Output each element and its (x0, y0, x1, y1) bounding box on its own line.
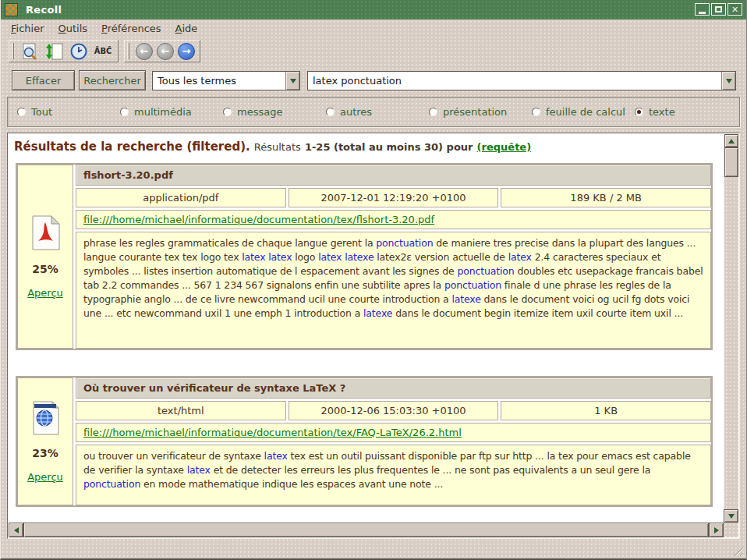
result-title: flshort-3.20.pdf (76, 165, 711, 186)
results-header: Résultats de la recherche (filtered). Ré… (14, 139, 722, 155)
filter-radio-feuille-de-calcul[interactable]: feuille de calcul (532, 106, 635, 118)
scroll-down-button[interactable] (724, 509, 738, 523)
arrow-left-icon (14, 527, 19, 533)
result-url-cell: file:///home/michael/informatique/docume… (76, 423, 711, 442)
relevance-percent: 25% (32, 263, 58, 275)
radio-label: message (237, 106, 282, 118)
results-panel: Résultats de la recherche (filtered). Ré… (7, 133, 740, 539)
radio-icon (532, 108, 540, 116)
query-dropdown-button[interactable] (721, 72, 735, 90)
filter-radio-texte[interactable]: texte (635, 106, 739, 118)
horizontal-scrollbar-thumb[interactable] (23, 523, 709, 537)
results-label: Résultats (254, 141, 301, 153)
clock-icon (69, 42, 88, 61)
result-size: 1 KB (501, 401, 711, 420)
radio-icon (635, 108, 643, 116)
vertical-scrollbar-thumb[interactable] (724, 147, 738, 177)
result-date: 2000-12-06 15:03:30 +0100 (289, 401, 499, 420)
toolbar: ÂBĈ ← ← → (1, 38, 746, 64)
minimize-button[interactable] (695, 3, 710, 16)
clear-button[interactable]: Effacer (12, 70, 75, 90)
arrow-right-icon: → (182, 46, 191, 56)
result-date: 2007-12-01 12:19:20 +0100 (289, 188, 499, 207)
document-search-icon (21, 42, 40, 61)
query-input[interactable] (308, 72, 721, 90)
history-button[interactable] (69, 42, 89, 61)
filter-radio-message[interactable]: message (223, 106, 326, 118)
result-url-link[interactable]: file:///home/michael/informatique/docume… (83, 427, 462, 438)
results-list: Résultats de la recherche (filtered). Ré… (9, 134, 724, 523)
results-range: 1-25 (total au moins 30) pour (305, 141, 473, 153)
result-url-link[interactable]: file:///home/michael/informatique/docume… (83, 214, 434, 225)
update-index-icon (45, 42, 64, 61)
search-button[interactable]: Rechercher (79, 70, 146, 90)
search-mode-value: Tous les termes (153, 75, 285, 87)
search-mode-dropdown-button[interactable] (285, 72, 299, 90)
radio-icon (326, 108, 335, 116)
radio-icon (120, 108, 129, 116)
menu-item-aide[interactable]: Aide (168, 21, 205, 36)
result-mime: application/pdf (76, 188, 286, 207)
menu-item-outils[interactable]: Outils (51, 21, 95, 36)
toolbar-handle[interactable] (12, 43, 14, 59)
filter-radio-tout[interactable]: Tout (17, 106, 120, 118)
html-icon (31, 401, 59, 435)
close-button[interactable]: ✕ (728, 3, 742, 16)
scrollbar-corner (724, 523, 738, 537)
preview-link[interactable]: Aperçu (27, 471, 63, 483)
toolbar-group-main: ÂBĈ (9, 40, 119, 62)
arrow-down-icon (728, 514, 735, 519)
filter-radio-présentation[interactable]: présentation (429, 106, 532, 118)
horizontal-scrollbar[interactable] (9, 523, 724, 537)
result-meta-row: application/pdf 2007-12-01 12:19:20 +010… (76, 188, 711, 207)
arrow-right-icon (714, 527, 719, 533)
maximize-button[interactable] (711, 3, 726, 16)
next-page-button[interactable]: → (178, 43, 195, 60)
preview-link[interactable]: Aperçu (27, 287, 63, 299)
vertical-scrollbar[interactable] (724, 134, 738, 523)
arrow-up-icon (728, 139, 735, 144)
query-combobox (307, 71, 736, 90)
first-page-button[interactable]: ← (136, 43, 153, 60)
scroll-left-button[interactable] (9, 523, 23, 537)
chevron-down-icon (726, 79, 732, 83)
menu-item-fichier[interactable]: Fichier (4, 21, 51, 36)
query-details-link[interactable]: (requête) (477, 141, 532, 153)
filter-radio-autres[interactable]: autres (326, 106, 429, 118)
menu-item-préférences[interactable]: Préférences (94, 21, 168, 36)
relevance-percent: 23% (32, 447, 58, 459)
close-icon: ✕ (731, 5, 738, 14)
update-index-button[interactable] (44, 42, 65, 61)
result-icon-column: 23% Aperçu (17, 377, 73, 505)
recoll-app-icon (5, 3, 18, 16)
result-meta-row: text/html 2000-12-06 15:03:30 +0100 1 KB (76, 401, 711, 420)
result-title: Où trouver un vérificateur de syntaxe La… (76, 377, 711, 399)
scroll-right-button[interactable] (709, 523, 724, 537)
result-icon-column: 25% Aperçu (17, 165, 73, 349)
radio-icon (429, 108, 437, 116)
radio-label: Tout (31, 106, 52, 118)
minimize-icon (699, 12, 706, 14)
chevron-down-icon (290, 79, 296, 83)
result-row: 23% Aperçu Où trouver un vérificateur de… (16, 376, 713, 507)
filter-radio-multimédia[interactable]: multimédia (120, 106, 223, 118)
show-query-detail-button[interactable] (20, 42, 41, 61)
result-mime: text/html (76, 401, 286, 420)
toolbar-handle[interactable] (127, 43, 129, 59)
recoll-window: Recoll ✕ FichierOutilsPréférencesAide (0, 0, 747, 560)
window-title: Recoll (26, 4, 62, 16)
result-row: 25% Aperçu flshort-3.20.pdf application/… (16, 163, 713, 350)
previous-page-button[interactable]: ← (157, 43, 174, 60)
search-mode-select[interactable]: Tous les termes (152, 71, 300, 90)
status-bar (1, 539, 746, 557)
results-title: Résultats de la recherche (filtered). (14, 140, 250, 154)
radio-label: feuille de calcul (546, 106, 625, 118)
term-explorer-button[interactable]: ÂBĈ (93, 42, 113, 61)
pdf-icon (30, 215, 61, 251)
arrow-left-icon: ← (161, 46, 170, 56)
scroll-up-button[interactable] (724, 134, 738, 147)
radio-label: autres (340, 106, 372, 118)
menubar: FichierOutilsPréférencesAide (1, 19, 746, 37)
maximize-icon (715, 6, 722, 12)
result-snippet: ou trouver un verificateur de syntaxe la… (76, 445, 711, 505)
